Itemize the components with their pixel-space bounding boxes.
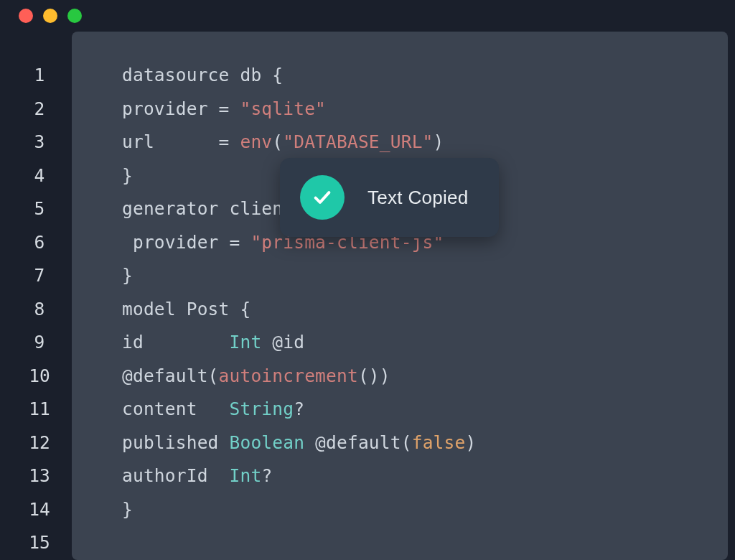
line-number: 9 (7, 326, 72, 360)
code-token: @default( (304, 432, 412, 453)
code-token: "sqlite" (240, 98, 326, 119)
code-token: String (230, 398, 294, 419)
line-number: 10 (7, 360, 72, 393)
code-token: @id (261, 332, 304, 353)
code-token: } (122, 499, 133, 520)
line-number: 12 (7, 426, 72, 460)
minimize-icon[interactable] (43, 9, 57, 23)
code-token: ? (261, 465, 272, 486)
line-number: 8 (7, 293, 72, 327)
code-token: provider = (122, 232, 251, 253)
code-token: autoincrement (219, 365, 358, 386)
line-number: 6 (7, 226, 72, 260)
code-token: Int (230, 465, 262, 486)
code-line[interactable]: provider = "sqlite" (122, 93, 713, 126)
editor-window: 123456789101112131415 datasource db {pro… (0, 0, 735, 560)
code-line[interactable]: } (122, 493, 713, 527)
line-number: 4 (7, 159, 72, 193)
toast-message: Text Copied (368, 187, 469, 209)
line-number-gutter: 123456789101112131415 (7, 32, 72, 560)
close-icon[interactable] (19, 9, 33, 23)
code-token: ? (294, 398, 304, 419)
code-token: } (122, 265, 133, 286)
code-line[interactable]: url = env("DATABASE_URL") (122, 126, 713, 159)
code-line[interactable]: published Boolean @default(false) (122, 426, 713, 460)
line-number: 14 (7, 493, 72, 527)
line-number: 13 (7, 459, 72, 493)
line-number: 15 (7, 526, 72, 560)
titlebar (0, 0, 735, 32)
line-number: 11 (7, 393, 72, 426)
code-line[interactable]: datasource db { (122, 59, 713, 93)
code-token: } (122, 165, 133, 186)
code-surface[interactable]: datasource db {provider = "sqlite"url = … (72, 32, 728, 560)
zoom-icon[interactable] (67, 9, 82, 23)
code-line[interactable]: authorId Int? (122, 459, 713, 493)
code-token: model Post { (122, 299, 251, 319)
code-token: false (412, 432, 466, 453)
code-line[interactable]: id Int @id (122, 326, 713, 360)
code-token: Int (230, 332, 262, 353)
code-token: datasource db { (122, 65, 283, 85)
line-number: 2 (7, 93, 72, 126)
code-token: @default( (122, 365, 219, 386)
copy-toast: Text Copied (280, 158, 499, 237)
code-token: ) (465, 432, 476, 453)
code-token: ( (272, 131, 283, 152)
code-token: authorId (122, 465, 230, 486)
editor-body: 123456789101112131415 datasource db {pro… (0, 32, 735, 560)
line-number: 5 (7, 192, 72, 226)
code-line[interactable]: content String? (122, 393, 713, 426)
code-token: id (122, 332, 230, 353)
line-number: 3 (7, 126, 72, 159)
line-number: 1 (7, 59, 72, 93)
code-token: url = (122, 131, 240, 152)
line-number: 7 (7, 259, 72, 293)
code-line[interactable]: } (122, 259, 713, 293)
code-token: Boolean (230, 432, 305, 453)
code-line[interactable]: @default(autoincrement()) (122, 360, 713, 393)
code-token: content (122, 398, 230, 419)
code-token: ) (434, 131, 444, 152)
code-token: env (240, 131, 272, 152)
code-token: "DATABASE_URL" (283, 131, 433, 152)
code-line[interactable]: model Post { (122, 293, 713, 327)
code-token: published (122, 432, 230, 453)
code-token: ()) (358, 365, 390, 386)
code-token: provider = (122, 98, 240, 119)
check-icon (300, 175, 345, 220)
